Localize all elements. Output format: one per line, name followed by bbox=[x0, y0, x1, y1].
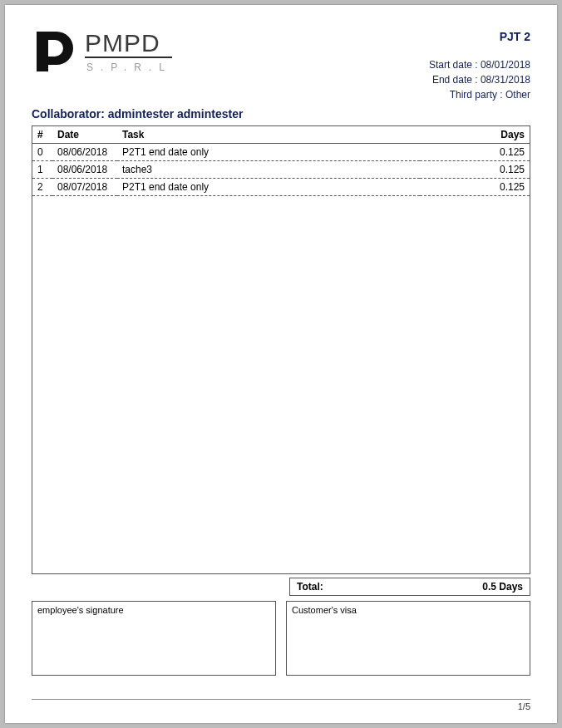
cell-task: P2T1 end date only bbox=[117, 144, 420, 161]
project-title: PJT 2 bbox=[429, 28, 530, 46]
header: PMPD S.P.R.L PJT 2 Start date : 08/01/20… bbox=[32, 28, 530, 102]
col-date: Date bbox=[52, 126, 117, 144]
third-party-value: Other bbox=[505, 89, 530, 101]
table-row: 108/06/2018tache30.125 bbox=[32, 161, 530, 179]
logo: PMPD S.P.R.L bbox=[32, 28, 172, 75]
third-party-line: Third party : Other bbox=[429, 87, 530, 102]
customer-visa-label: Customer's visa bbox=[292, 605, 357, 615]
col-task: Task bbox=[117, 126, 420, 144]
col-index: # bbox=[32, 126, 52, 144]
table-row: 008/06/2018P2T1 end date only0.125 bbox=[32, 144, 530, 161]
cell-date: 08/06/2018 bbox=[52, 161, 117, 179]
cell-index: 0 bbox=[32, 144, 52, 161]
totals-label: Total: bbox=[297, 581, 323, 593]
third-party-label: Third party : bbox=[450, 89, 505, 101]
page-indicator: 1/5 bbox=[32, 699, 530, 711]
employee-signature-label: employee's signature bbox=[37, 605, 124, 615]
cell-days: 0.125 bbox=[420, 144, 530, 161]
task-table: # Date Task Days 008/06/2018P2T1 end dat… bbox=[32, 126, 530, 196]
cell-days: 0.125 bbox=[420, 161, 530, 179]
page-number: 1/5 bbox=[518, 701, 530, 711]
cell-date: 08/06/2018 bbox=[52, 144, 117, 161]
cell-index: 1 bbox=[32, 161, 52, 179]
employee-signature-box: employee's signature bbox=[32, 601, 276, 676]
table-header-row: # Date Task Days bbox=[32, 126, 530, 144]
signature-row: employee's signature Customer's visa bbox=[32, 601, 530, 676]
customer-visa-box: Customer's visa bbox=[286, 601, 530, 676]
col-days: Days bbox=[420, 126, 530, 144]
collaborator-label: Collaborator: bbox=[32, 107, 108, 121]
end-date-label: End date : bbox=[432, 74, 481, 86]
end-date-line: End date : 08/31/2018 bbox=[429, 72, 530, 87]
end-date-value: 08/31/2018 bbox=[481, 74, 530, 86]
logo-main: PMPD bbox=[85, 31, 172, 58]
logo-mark-icon bbox=[32, 28, 78, 75]
logo-sub: S.P.R.L bbox=[85, 61, 172, 73]
start-date-line: Start date : 08/01/2018 bbox=[429, 57, 530, 72]
start-date-label: Start date : bbox=[429, 59, 481, 71]
header-meta: PJT 2 Start date : 08/01/2018 End date :… bbox=[429, 28, 530, 102]
table-row: 208/07/2018P2T1 end date only0.125 bbox=[32, 179, 530, 196]
document-page: PMPD S.P.R.L PJT 2 Start date : 08/01/20… bbox=[5, 5, 557, 723]
start-date-value: 08/01/2018 bbox=[481, 59, 530, 71]
cell-task: tache3 bbox=[117, 161, 420, 179]
cell-date: 08/07/2018 bbox=[52, 179, 117, 196]
collaborator-line: Collaborator: admintester admintester bbox=[32, 107, 530, 121]
totals-box: Total: 0.5 Days bbox=[289, 578, 530, 596]
totals-row: Total: 0.5 Days bbox=[32, 578, 530, 596]
cell-task: P2T1 end date only bbox=[117, 179, 420, 196]
totals-value: 0.5 Days bbox=[482, 581, 523, 593]
logo-text: PMPD S.P.R.L bbox=[85, 31, 172, 73]
cell-days: 0.125 bbox=[420, 179, 530, 196]
task-table-container: # Date Task Days 008/06/2018P2T1 end dat… bbox=[32, 125, 530, 574]
collaborator-name: admintester admintester bbox=[108, 107, 244, 121]
cell-index: 2 bbox=[32, 179, 52, 196]
